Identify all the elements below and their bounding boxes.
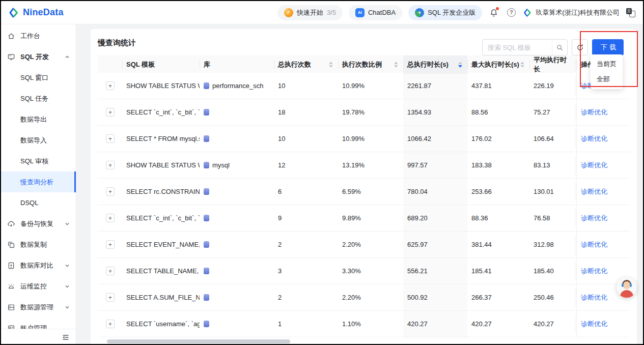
sidebar-item-db-compare[interactable]: 数据库对比 — [1, 255, 76, 276]
sort-icon[interactable] — [329, 62, 333, 68]
table-row: + SELECT TABLE_NAME, PA... 3 3.30% 556.2… — [98, 258, 630, 284]
exec-ratio-cell: 19.78% — [338, 108, 403, 116]
sidebar-item-workbench[interactable]: 工作台 — [1, 25, 76, 46]
sidebar-item-sql-window[interactable]: SQL 窗口 — [1, 67, 76, 88]
max-time-cell: 420.27 — [467, 320, 529, 328]
database-icon — [204, 321, 209, 327]
database-cell — [200, 294, 274, 301]
brand-logo[interactable]: NineData — [8, 7, 64, 18]
sidebar-item-sql-dev[interactable]: SQL 开发 — [1, 46, 76, 67]
expand-row-button[interactable]: + — [106, 134, 115, 143]
expand-row-button[interactable]: + — [106, 293, 115, 302]
copy-icon — [7, 241, 15, 249]
column-header-total-exec[interactable]: 总执行次数 — [274, 55, 338, 74]
cloud-backup-icon — [7, 220, 15, 228]
avg-time-cell: 83.13 — [529, 161, 576, 169]
total-exec-cell: 9 — [274, 214, 338, 222]
database-icon — [204, 215, 209, 221]
max-time-cell: 266.37 — [467, 294, 529, 301]
diagnose-optimize-link[interactable]: 诊断优化 — [581, 240, 607, 249]
expand-row-button[interactable]: + — [106, 161, 115, 169]
sort-icon-active-desc[interactable] — [458, 62, 462, 68]
total-time-cell: 500.92 — [403, 284, 467, 310]
search-icon[interactable] — [552, 40, 567, 55]
sidebar-footer — [1, 329, 76, 345]
sidebar-item-slow-query-analysis[interactable]: 慢查询分析 — [1, 171, 76, 192]
sql-dev-icon — [7, 53, 15, 61]
sort-icon[interactable] — [394, 62, 398, 68]
avg-time-cell: 76.58 — [529, 214, 576, 222]
notification-bell-icon[interactable] — [488, 7, 499, 18]
notification-badge — [496, 7, 499, 10]
expand-cell: + — [98, 240, 122, 249]
sidebar-item-backup-restore[interactable]: 备份与恢复 — [1, 213, 76, 234]
chevron-up-icon — [65, 54, 70, 60]
table-row: + SELECT `c_int`, `c_bit`, `... 9 9.89% … — [98, 205, 630, 232]
expand-row-button[interactable]: + — [106, 240, 115, 249]
sidebar-item-sql-review[interactable]: SQL 审核 — [1, 151, 76, 171]
expand-row-button[interactable]: + — [106, 267, 115, 275]
company-menu[interactable]: 玖章算术(浙江)科技有限公司 — [523, 8, 620, 17]
language-switch-icon[interactable]: 文 — [626, 8, 636, 18]
diagnose-optimize-link[interactable]: 诊断优化 — [581, 187, 607, 196]
exec-ratio-cell: 3.30% — [338, 267, 403, 275]
diagnose-optimize-link[interactable]: 诊断优化 — [581, 293, 607, 302]
sidebar-item-datasource-management[interactable]: 数据源管理 — [1, 297, 76, 318]
search-input[interactable] — [483, 44, 552, 51]
column-header-max-time[interactable]: 最大执行时长(s) — [467, 55, 529, 74]
quick-start-pill[interactable]: ✓ 快速开始 3/5 — [277, 5, 343, 20]
sidebar-item-dsql[interactable]: DSQL — [1, 192, 76, 213]
expand-row-button[interactable]: + — [106, 108, 115, 117]
expand-row-button[interactable]: + — [106, 320, 115, 328]
diagnose-optimize-link[interactable]: 诊断优化 — [581, 214, 607, 223]
expand-cell: + — [98, 320, 122, 328]
collapse-sidebar-icon[interactable] — [62, 333, 70, 341]
sidebar-item-data-export[interactable]: 数据导出 — [1, 109, 76, 130]
column-header-exec-ratio[interactable]: 执行次数比例 — [338, 55, 403, 74]
refresh-button[interactable] — [572, 39, 588, 55]
table-row: + SELECT A.SUM_FILE_NA... 2 2.20% 500.92… — [98, 284, 630, 311]
scrollbar-thumb[interactable] — [107, 339, 290, 343]
database-cell — [200, 241, 274, 248]
customer-support-avatar[interactable] — [617, 277, 637, 298]
diagnose-optimize-link[interactable]: 诊断优化 — [581, 134, 607, 143]
sql-template-cell: SELECT `username`, `age... — [122, 320, 200, 328]
action-cell: 诊断优化 — [576, 205, 630, 231]
expand-row-button[interactable]: + — [106, 81, 115, 90]
exec-ratio-cell: 9.89% — [338, 214, 403, 222]
diagnose-optimize-link[interactable]: 诊断优化 — [581, 320, 607, 329]
sort-icon[interactable] — [520, 62, 524, 68]
total-exec-cell: 10 — [274, 135, 338, 142]
download-button[interactable]: 下载 — [592, 39, 624, 55]
download-current-page-option[interactable]: 当前页 — [591, 56, 623, 72]
sidebar-item-ops-monitoring[interactable]: 运维监控 — [1, 276, 76, 297]
main-content: 慢查询统计 下载 当前页 — [76, 24, 643, 345]
avg-time-cell: 130.01 — [529, 188, 576, 195]
sidebar-item-data-import[interactable]: 数据导入 — [1, 130, 76, 151]
total-time-cell: 689.20 — [403, 205, 467, 231]
total-exec-cell: 2 — [274, 241, 338, 248]
expand-row-button[interactable]: + — [106, 187, 115, 196]
column-header-expand — [98, 55, 122, 74]
diagnose-optimize-link[interactable]: 诊断优化 — [581, 267, 607, 276]
quick-start-progress: 3/5 — [327, 9, 336, 16]
diagnose-optimize-link[interactable]: 诊断优化 — [581, 108, 607, 117]
expand-cell: + — [98, 293, 122, 302]
max-time-cell: 185.41 — [467, 267, 529, 275]
help-icon[interactable]: ? — [506, 7, 517, 18]
edition-pill[interactable]: ✈ SQL 开发企业版 — [408, 5, 482, 20]
sidebar-item-sql-task[interactable]: SQL 任务 — [1, 88, 76, 109]
database-icon — [204, 241, 209, 248]
table-header-row: SQL 模板 库 总执行次数 执行次数比例 总执行时长(s) 最大执行时长(s)… — [98, 55, 630, 73]
expand-row-button[interactable]: + — [106, 214, 115, 222]
chatdba-ai-icon: AI — [355, 8, 365, 17]
avg-time-cell: 312.98 — [529, 241, 576, 248]
download-all-option[interactable]: 全部 — [591, 72, 623, 87]
chatdba-pill[interactable]: AI ChatDBA — [349, 5, 402, 20]
column-header-total-time[interactable]: 总执行时长(s) — [403, 55, 467, 74]
sidebar-item-data-replication[interactable]: 数据复制 — [1, 234, 76, 255]
avg-time-cell: 250.46 — [529, 294, 576, 301]
diagnose-optimize-link[interactable]: 诊断优化 — [581, 161, 607, 170]
exec-ratio-cell: 2.20% — [338, 294, 403, 301]
database-icon — [204, 109, 209, 116]
